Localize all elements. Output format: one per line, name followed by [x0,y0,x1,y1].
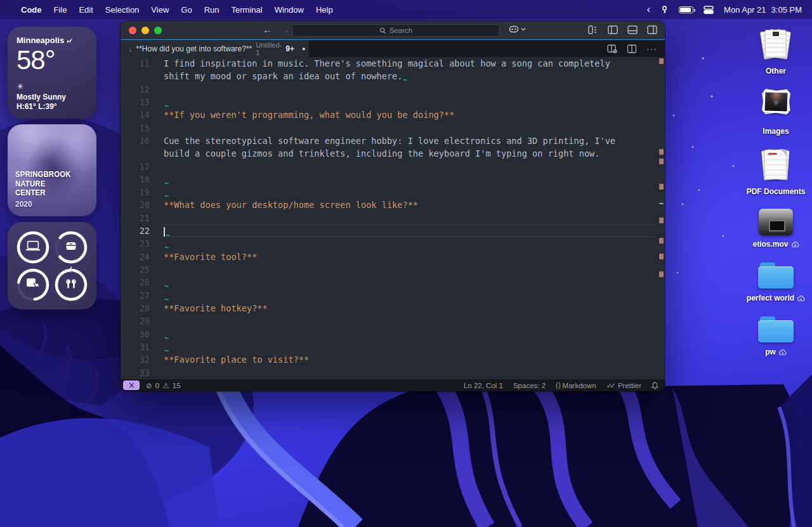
line-content[interactable]: ~ [164,289,656,302]
line-content[interactable]: **Favorite tool?** [164,250,656,263]
line-content[interactable]: **Favorite place to visit?** [164,353,656,366]
nav-back-icon[interactable]: ← [263,24,272,35]
problems-status[interactable]: ⊘ 0 ⚠ 15 [146,381,181,390]
battery-ring-trackpad[interactable] [15,267,51,303]
line-content[interactable]: Cue the stereotypical software engineer … [164,134,656,147]
line-content[interactable] [164,263,656,276]
battery-ring-airpods[interactable] [53,267,89,303]
line-content[interactable]: ~ [164,237,656,250]
editor-line-27: 27~ [121,289,656,302]
line-content[interactable] [164,367,656,379]
weather-temp: 58° [16,45,88,75]
photos-widget[interactable]: SPRINGBROOK NATURE CENTER 2020 [8,124,96,216]
minimize-button[interactable] [141,27,149,34]
editor-line-25: 25 [121,263,656,276]
line-content[interactable]: **What does your desktop/home screen loo… [164,198,656,211]
line-content[interactable] [164,315,656,327]
line-content[interactable]: ~ [164,341,656,353]
tab-badge: 9+ [285,44,294,53]
line-content[interactable]: **If you weren't programming, what would… [164,108,656,121]
battery-icon[interactable] [679,6,693,13]
line-content[interactable]: ~ [164,224,656,237]
toggle-primary-sidebar-icon[interactable] [608,25,618,34]
line-content[interactable] [164,122,656,134]
editor-area[interactable]: 11I find inspiration in music. There's s… [121,57,665,379]
menu-item-terminal[interactable]: Terminal [232,5,263,15]
line-content[interactable] [164,160,656,173]
search-placeholder: Search [390,27,412,34]
line-content[interactable]: shift my mood or spark an idea out of no… [164,70,656,82]
desktop-item-perfect-world[interactable]: perfect world [747,261,805,303]
desktop-item-other[interactable]: Other [757,28,794,75]
desktop-item-label: perfect world [747,294,805,303]
cursor-position[interactable]: Ln 22, Col 1 [464,382,503,389]
line-content[interactable] [164,212,656,224]
desktop-item-images[interactable]: Images [757,88,794,136]
customize-layout-icon[interactable] [588,25,598,34]
menu-item-help[interactable]: Help [316,5,333,15]
batteries-widget[interactable] [8,222,96,309]
menu-bar-clock[interactable]: Mon Apr 21 3:05 PM [724,5,802,15]
command-center-search[interactable]: Search [292,24,500,37]
tab-untitled-1[interactable]: ↓ **How did you get into software?** Unt… [121,40,309,57]
formatter-status[interactable]: ✓✓ Prettier [606,381,641,390]
overview-ruler[interactable] [658,57,664,379]
line-number: 18 [121,173,150,186]
more-actions-icon[interactable]: ··· [646,44,657,54]
ruler-warning-marker [659,58,664,64]
battery-ring-airpods-case[interactable] [53,230,89,265]
line-content[interactable] [164,83,656,96]
folder-icon [758,315,794,343]
line-content[interactable]: build a couple gizmos and trinklets, inc… [164,147,656,160]
line-content[interactable]: ~ [164,186,656,198]
weather-widget[interactable]: Minneapolis 58° ☀ Mostly Sunny H:61° L:3… [8,27,96,119]
menu-item-view[interactable]: View [151,5,169,15]
battery-ring-macbook[interactable] [15,230,51,265]
desktop-item-pw[interactable]: pw [758,315,794,356]
desktop-item-etios-mov[interactable]: etios.mov [752,209,799,249]
line-content[interactable]: ~ [164,328,656,341]
line-content[interactable]: ~ [164,173,656,186]
stage-manager-icon[interactable] [704,6,714,14]
indentation[interactable]: Spaces: 2 [513,382,546,389]
ruler-warning-marker [659,254,664,259]
menu-item-run[interactable]: Run [204,5,219,15]
line-content[interactable]: ~ [164,96,656,108]
markdown-file-icon: ↓ [128,44,133,53]
text-cursor [164,227,165,237]
unsaved-dot-icon[interactable]: ● [302,46,305,52]
notifications-bell-icon[interactable] [652,382,658,389]
chevron-left-icon[interactable]: ‹ [647,4,650,15]
toggle-panel-icon[interactable] [627,25,638,34]
zoom-button[interactable] [154,27,162,34]
nav-forward-icon[interactable]: → [280,24,290,35]
chevron-down-icon [521,27,526,31]
menu-item-file[interactable]: File [54,5,67,15]
ruler-cursor-marker [659,203,664,204]
key-icon[interactable] [660,6,669,14]
window-controls [129,27,162,34]
desktop-item-pdf-documents[interactable]: PDF Documents [747,148,806,196]
remote-indicator[interactable] [123,381,140,390]
toggle-secondary-sidebar-icon[interactable] [647,25,657,34]
menu-item-code[interactable]: Code [21,5,42,15]
menu-item-selection[interactable]: Selection [105,5,139,15]
ruler-warning-marker [659,218,664,223]
split-editor-icon[interactable] [627,44,637,53]
close-button[interactable] [129,27,136,34]
desktop-item-label: Other [766,67,786,75]
language-mode[interactable]: { } Markdown [556,382,596,389]
trackpad-icon [25,277,41,293]
line-number: 21 [121,212,150,224]
copilot-menu[interactable] [509,25,526,34]
editor-line-32: 32**Favorite place to visit?** [121,353,656,366]
menu-item-window[interactable]: Window [275,5,304,15]
line-content[interactable]: ~ [164,276,656,289]
menu-bar: CodeFileEditSelectionViewGoRunTerminalWi… [0,0,812,19]
icloud-download-icon [791,241,799,248]
menu-item-go[interactable]: Go [181,5,192,15]
menu-item-edit[interactable]: Edit [79,5,93,15]
line-content[interactable]: I find inspiration in music. There's som… [164,57,656,70]
line-content[interactable]: **Favorite hotkey?** [164,302,656,315]
split-editor-grid-icon[interactable] [607,44,617,53]
